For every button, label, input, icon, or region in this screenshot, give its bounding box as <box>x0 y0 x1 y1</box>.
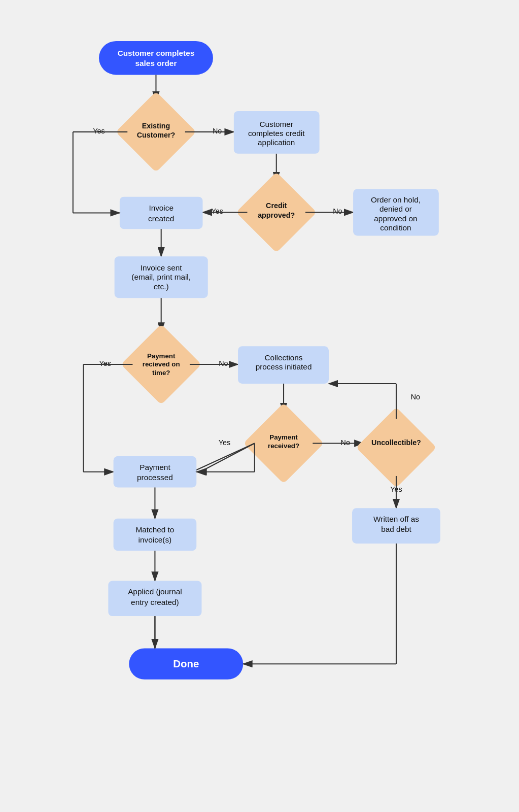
flowchart-diagram: Customer completes sales order Existing … <box>31 20 488 812</box>
order-hold-label4: condition <box>380 223 411 232</box>
matched-invoice-label2: invoice(s) <box>138 535 171 544</box>
existing-customer-label1: Existing <box>142 122 170 130</box>
journal-entry-label2: entry created) <box>131 598 179 606</box>
payment-received-label1: Payment <box>269 433 298 441</box>
flowchart-svg: Customer completes sales order Existing … <box>31 20 488 812</box>
payment-processed-node <box>113 456 196 487</box>
no-label-payment-time: No <box>219 359 228 367</box>
payment-processed-label2: processed <box>137 473 173 482</box>
order-hold-label2: denied or <box>379 205 411 213</box>
no-label-payment-recv: No <box>340 438 350 447</box>
yes-label-payment-time: Yes <box>99 359 111 367</box>
payment-time-label1: Payment <box>147 352 175 360</box>
payment-received-label2: received? <box>268 442 299 450</box>
invoice-sent-label1: Invoice sent <box>140 263 182 272</box>
credit-app-label3: application <box>258 138 295 147</box>
order-hold-label3: approved on <box>374 214 417 223</box>
journal-entry-label1: Applied (journal <box>128 587 182 596</box>
credit-approved-label2: approved? <box>258 211 295 219</box>
existing-customer-label2: Customer? <box>136 131 175 139</box>
payment-processed-label1: Payment <box>140 463 170 471</box>
start-label2: sales order <box>135 59 177 67</box>
written-off-label2: bad debt <box>381 525 411 533</box>
invoice-sent-label2: (email, print mail, <box>131 273 191 281</box>
yes-label-existing: Yes <box>93 127 105 135</box>
start-label: Customer completes <box>117 49 194 57</box>
payment-time-label3: time? <box>152 369 169 377</box>
invoice-created-node <box>119 197 202 229</box>
credit-app-label2: completes credit <box>248 129 304 138</box>
written-off-label1: Written off as <box>373 515 419 523</box>
yes-label-credit-approved: Yes <box>211 207 223 215</box>
collections-label2: process initiated <box>255 362 312 371</box>
order-hold-label1: Order on hold, <box>370 195 420 204</box>
invoice-sent-label3: etc.) <box>153 282 168 291</box>
matched-invoice-label1: Matched to <box>135 525 174 534</box>
invoice-created-label2: created <box>148 214 174 223</box>
yes-label-payment-recv: Yes <box>218 438 230 447</box>
uncollectible-label1: Uncollectible? <box>371 438 421 447</box>
no-label-existing: No <box>212 127 221 135</box>
invoice-created-label1: Invoice <box>149 204 174 212</box>
matched-invoice-node <box>113 519 196 551</box>
collections-label1: Collections <box>264 353 302 362</box>
credit-approved-label1: Credit <box>266 201 287 210</box>
payment-time-label2: recieved on <box>142 360 180 368</box>
no-label-uncollectible-top: No <box>410 393 420 401</box>
start-node <box>98 41 213 75</box>
credit-app-label1: Customer <box>259 120 293 128</box>
done-label: Done <box>173 658 199 669</box>
no-label-credit-approved: No <box>333 207 342 215</box>
